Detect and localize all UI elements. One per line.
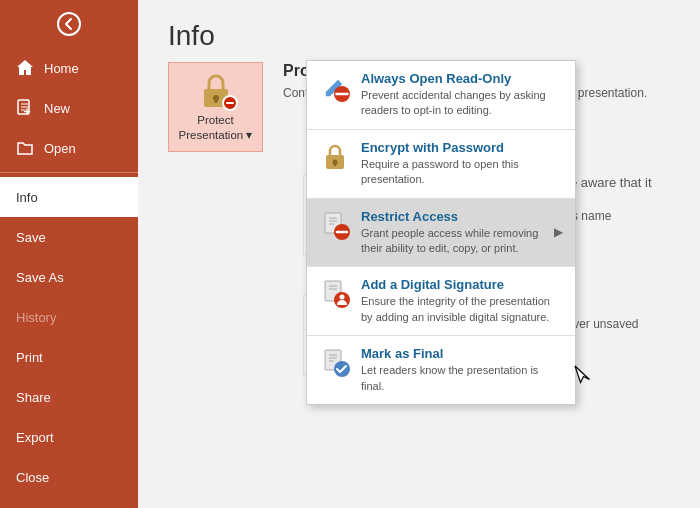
readonly-icon [319, 71, 351, 103]
sidebar-item-print-label: Print [16, 350, 43, 365]
restrict-title: Restrict Access [361, 209, 544, 224]
sidebar-item-history-label: History [16, 310, 56, 325]
sidebar-item-info[interactable]: Info [0, 177, 138, 217]
menu-item-readonly[interactable]: Always Open Read-Only Prevent accidental… [307, 61, 575, 129]
encrypt-title: Encrypt with Password [361, 140, 563, 155]
sidebar-item-new-label: New [44, 101, 70, 116]
main-content: Info ProtectPresentation ▾ [138, 0, 700, 508]
open-icon [16, 139, 34, 157]
signature-content: Add a Digital Signature Ensure the integ… [361, 277, 563, 325]
no-sign-badge [222, 95, 238, 111]
restrict-content: Restrict Access Grant people access whil… [361, 209, 544, 257]
back-icon [57, 12, 81, 36]
encrypt-content: Encrypt with Password Require a password… [361, 140, 563, 188]
restrict-desc: Grant people access while removing their… [361, 226, 544, 257]
sidebar-item-save[interactable]: Save [0, 217, 138, 257]
sidebar-item-save-as-label: Save As [16, 270, 64, 285]
protect-button-label: ProtectPresentation ▾ [179, 113, 253, 143]
final-desc: Let readers know the presentation is fin… [361, 363, 563, 394]
menu-item-restrict[interactable]: Restrict Access Grant people access whil… [307, 199, 575, 267]
sidebar-item-home[interactable]: Home [0, 48, 138, 88]
readonly-desc: Prevent accidental changes by asking rea… [361, 88, 563, 119]
signature-title: Add a Digital Signature [361, 277, 563, 292]
new-icon [16, 99, 34, 117]
sidebar-item-info-label: Info [16, 190, 38, 205]
menu-item-final[interactable]: Mark as Final Let readers know the prese… [307, 336, 575, 404]
home-icon [16, 59, 34, 77]
page-title: Info [138, 0, 700, 62]
svg-rect-4 [214, 98, 217, 103]
sidebar-divider-1 [0, 172, 138, 173]
sidebar-item-open[interactable]: Open [0, 128, 138, 168]
readonly-title: Always Open Read-Only [361, 71, 563, 86]
sidebar-item-history: History [0, 297, 138, 337]
sidebar-item-new[interactable]: New [0, 88, 138, 128]
final-content: Mark as Final Let readers know the prese… [361, 346, 563, 394]
svg-point-18 [340, 295, 345, 300]
final-icon [319, 346, 351, 378]
sidebar-item-share[interactable]: Share [0, 377, 138, 417]
protect-dropdown-menu: Always Open Read-Only Prevent accidental… [306, 60, 576, 405]
svg-point-0 [58, 13, 80, 35]
sidebar-item-export-label: Export [16, 430, 54, 445]
sidebar-item-save-label: Save [16, 230, 46, 245]
restrict-icon [319, 209, 351, 241]
menu-item-encrypt[interactable]: Encrypt with Password Require a password… [307, 130, 575, 198]
sidebar-item-export[interactable]: Export [0, 417, 138, 457]
back-button[interactable] [0, 0, 138, 48]
encrypt-icon [319, 140, 351, 172]
sidebar-item-close-label: Close [16, 470, 49, 485]
sidebar-item-home-label: Home [44, 61, 79, 76]
sidebar-item-open-label: Open [44, 141, 76, 156]
final-title: Mark as Final [361, 346, 563, 361]
protect-icon [198, 71, 234, 109]
protect-presentation-button[interactable]: ProtectPresentation ▾ [168, 62, 263, 152]
menu-item-signature[interactable]: Add a Digital Signature Ensure the integ… [307, 267, 575, 335]
sidebar-item-save-as[interactable]: Save As [0, 257, 138, 297]
sidebar-item-close[interactable]: Close [0, 457, 138, 497]
readonly-content: Always Open Read-Only Prevent accidental… [361, 71, 563, 119]
encrypt-desc: Require a password to open this presenta… [361, 157, 563, 188]
svg-rect-8 [334, 162, 337, 166]
sidebar-item-print[interactable]: Print [0, 337, 138, 377]
restrict-arrow: ▶ [554, 225, 563, 239]
signature-desc: Ensure the integrity of the presentation… [361, 294, 563, 325]
sidebar: Home New Open Info Save Save As History … [0, 0, 138, 508]
sidebar-item-share-label: Share [16, 390, 51, 405]
signature-icon [319, 277, 351, 309]
